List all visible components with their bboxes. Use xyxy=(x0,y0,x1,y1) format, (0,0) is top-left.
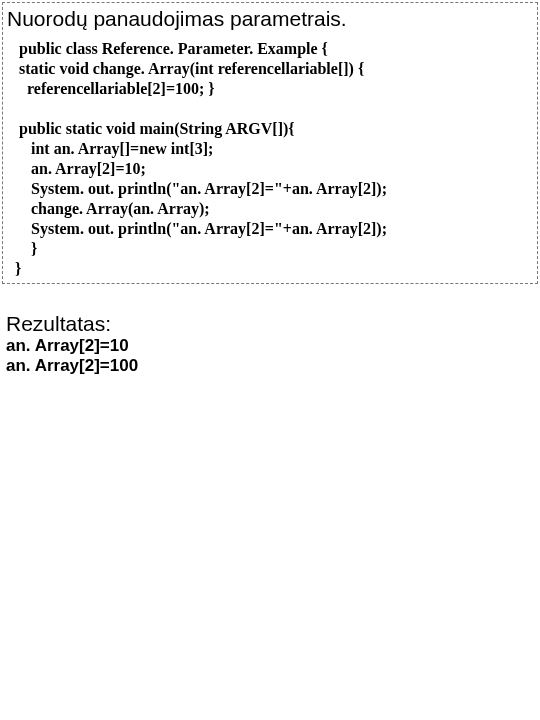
result-line-2: an. Array[2]=100 xyxy=(6,356,540,376)
code-box: Nuorodų panaudojimas parametrais. public… xyxy=(2,2,538,284)
page-title: Nuorodų panaudojimas parametrais. xyxy=(3,5,537,39)
result-line-1: an. Array[2]=10 xyxy=(6,336,540,356)
code-listing: public class Reference. Parameter. Examp… xyxy=(3,39,537,279)
result-block: Rezultatas: an. Array[2]=10 an. Array[2]… xyxy=(0,284,540,376)
result-title: Rezultatas: xyxy=(6,312,540,336)
